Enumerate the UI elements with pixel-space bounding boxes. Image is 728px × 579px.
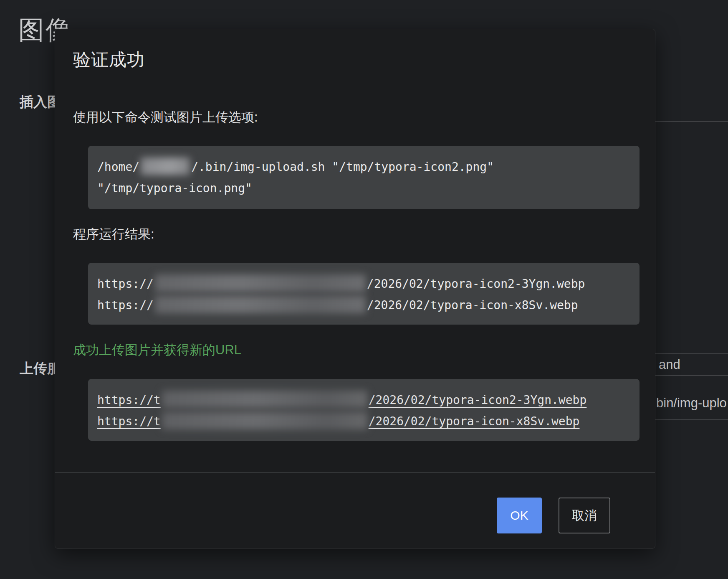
uploaded-url-link-1[interactable]: https://t/2026/02/typora-icon2-3Ygn.webp bbox=[97, 389, 640, 411]
output-url-line-1: https:///2026/02/typora-icon2-3Ygn.webp bbox=[97, 273, 640, 295]
redacted-domain-blur bbox=[155, 274, 366, 292]
dialog-footer: OK 取消 bbox=[55, 472, 655, 549]
result-intro-label: 程序运行结果: bbox=[73, 226, 640, 242]
redacted-domain-blur bbox=[162, 391, 367, 408]
program-output-block: https:///2026/02/typora-icon2-3Ygn.webp … bbox=[88, 263, 640, 325]
command-suffix: /.bin/img-upload.sh "/tmp/typora-icon2.p… bbox=[191, 160, 494, 174]
redacted-username-blur bbox=[141, 157, 190, 175]
redacted-domain-blur bbox=[162, 412, 367, 429]
command-intro-label: 使用以下命令测试图片上传选项: bbox=[73, 109, 640, 125]
test-command-line-1: /home//.bin/img-upload.sh "/tmp/typora-i… bbox=[97, 156, 640, 178]
dialog-body: 使用以下命令测试图片上传选项: /home//.bin/img-upload.s… bbox=[55, 109, 655, 441]
dialog-header: 验证成功 bbox=[55, 29, 655, 90]
dialog-title: 验证成功 bbox=[73, 48, 145, 71]
verification-success-dialog: 验证成功 使用以下命令测试图片上传选项: /home//.bin/img-upl… bbox=[55, 29, 655, 549]
test-command-line-2: "/tmp/typora-icon.png" bbox=[97, 178, 640, 199]
command-prefix: /home/ bbox=[97, 160, 139, 174]
background-select-command-value: and bbox=[659, 357, 680, 372]
background-input-upload-command-value: bin/img-uplo bbox=[656, 396, 727, 411]
ok-button[interactable]: OK bbox=[497, 498, 542, 533]
uploaded-urls-block: https://t/2026/02/typora-icon2-3Ygn.webp… bbox=[88, 379, 640, 441]
success-message: 成功上传图片并获得新的URL bbox=[73, 343, 640, 357]
redacted-domain-blur bbox=[155, 296, 366, 313]
output-url-line-2: https:///2026/02/typora-icon-x8Sv.webp bbox=[97, 295, 640, 316]
uploaded-url-link-2[interactable]: https://t/2026/02/typora-icon-x8Sv.webp bbox=[97, 411, 640, 432]
cancel-button[interactable]: 取消 bbox=[559, 498, 610, 533]
test-command-block: /home//.bin/img-upload.sh "/tmp/typora-i… bbox=[88, 146, 640, 209]
